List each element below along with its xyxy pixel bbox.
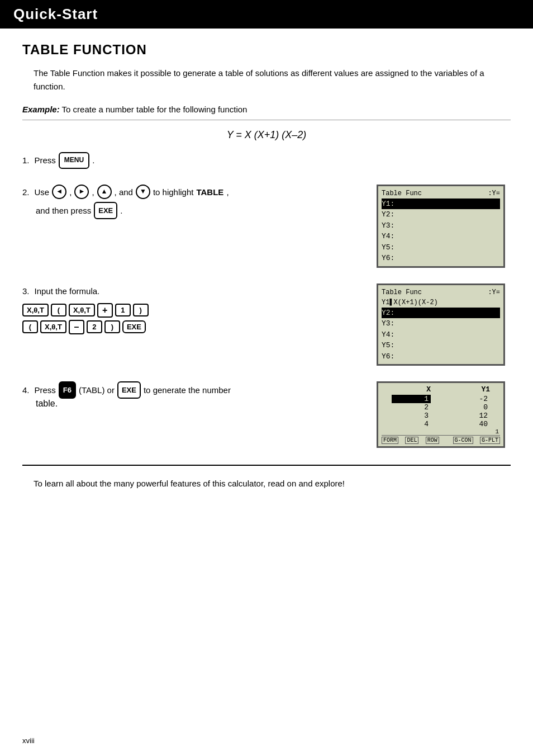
screen-3-container: X Y1 1 -2 2 0 3 12 4 40 [377,381,511,448]
key-open-paren-1[interactable]: ( [51,304,66,316]
key-close-paren-1[interactable]: ) [133,304,149,316]
key-2[interactable]: 2 [87,320,102,333]
lcd3-r2-x: 2 [392,403,431,412]
comma3: , [226,185,229,200]
lcd2-header: Table Func :Y= [382,287,500,297]
lcd3-btn-form[interactable]: FORM [382,437,398,444]
lcd2-row-y6: Y6: [382,351,500,362]
arrow-down-btn[interactable]: ▼ [136,185,150,199]
lcd3-btn-gcon[interactable]: G-CON [453,437,473,444]
key-xtheta-2[interactable]: X,θ,T [69,304,95,316]
step-4-text2: table. [22,399,365,409]
lcd2-row-y5: Y5: [382,340,500,351]
step-1-label: Press [35,153,56,168]
example-text: To create a number table for the followi… [60,105,248,114]
step-3-label: Input the formula. [35,284,100,299]
step-3-keys-row1: X,θ,T ( X,θ,T + 1 ) [22,303,365,318]
lcd1-header: Table Func :Y= [382,188,500,199]
example-line: Example: To create a number table for th… [22,105,511,120]
lcd3-r1-y: -2 [451,395,490,403]
lcd3-page: 1 [382,428,500,435]
lcd-screen-1: Table Func :Y= Y1: Y2: Y3: Y4: Y5: Y6: [377,185,505,268]
key-xtheta-1[interactable]: X,θ,T [22,304,49,316]
lcd1-row-y1: Y1: [382,199,500,210]
arrow-left-btn[interactable]: ◄ [52,185,66,199]
step-3-text: 3. Input the formula. [22,284,365,299]
lcd3-row4: 4 40 [382,420,500,428]
lcd3-btn-del[interactable]: DEL [405,437,418,444]
lcd3-btn-gplt[interactable]: G-PLT [480,437,500,444]
section-divider [22,465,511,466]
step-2-content: 2. Use ◄ , ► , ▲ , and ▼ to highlight TA… [22,185,365,219]
step-1: 1. Press MENU . [22,152,511,169]
lcd2-row-y4: Y4: [382,329,500,341]
step-1-text: 1. Press MENU . [22,152,511,169]
step-2-text2: and then press EXE . [22,202,365,219]
step-3-number: 3. [22,284,30,299]
step-4-number: 4. [22,382,30,398]
lcd1-header-right: :Y= [488,188,500,199]
highlight-text: to highlight [153,185,194,200]
step-4-press: Press [35,382,56,398]
step-2-text: 2. Use ◄ , ► , ▲ , and ▼ to highlight TA… [22,185,365,200]
key-1[interactable]: 1 [115,304,131,316]
lcd2-header-left: Table Func [382,287,422,297]
key-open-paren-2[interactable]: ( [22,320,38,333]
step-4-table-word: table. [36,399,58,408]
page-title: Quick-Start [13,6,520,23]
table-word: TABLE [196,185,223,200]
step-2-number: 2. [22,185,30,200]
menu-key[interactable]: MENU [59,152,89,169]
key-xtheta-3[interactable]: X,θ,T [40,320,66,333]
section-title: TABLE FUNCTION [22,42,511,58]
lcd3-col-x: X [392,385,431,394]
lcd3-r4-x: 4 [392,420,431,428]
lcd1-row-y4: Y4: [382,231,500,242]
f6-key[interactable]: F6 [59,381,76,399]
lcd3-col-y1: Y1 [451,385,490,394]
step-2-use: Use [35,185,50,200]
comma2: , [92,185,94,200]
lcd3-row2: 2 0 [382,403,500,412]
step-4-text: 4. Press F6 (TABL) or EXE to generate th… [22,381,365,399]
lcd3-r2-y: 0 [451,403,490,412]
page-content: TABLE FUNCTION The Table Function makes … [0,42,533,513]
exe-key-step2[interactable]: EXE [94,202,117,219]
step-1-period: . [92,153,94,168]
key-minus[interactable]: – [69,320,84,334]
lcd3-r4-y: 40 [451,420,490,428]
lcd3-row3: 3 12 [382,412,500,420]
lcd3-col-headers: X Y1 [382,385,500,394]
lcd1-row-y5: Y5: [382,242,500,253]
lcd3-r3-x: 3 [392,412,431,420]
arrow-right-btn[interactable]: ► [74,185,89,199]
step-3-keys-row2: ( X,θ,T – 2 ) EXE [22,320,365,334]
arrow-up-btn[interactable]: ▲ [97,185,112,199]
header-bar: Quick-Start [0,0,533,29]
lcd1-header-left: Table Func [382,188,422,199]
page-number: xviii [22,736,35,745]
lcd3-row1: 1 -2 [382,395,500,403]
lcd1-row-y6: Y6: [382,253,500,264]
step-4-tabl: (TABL) or [79,382,115,398]
lcd3-footer: FORM DEL ROW G-CON G-PLT [382,435,500,444]
screen-1-container: Table Func :Y= Y1: Y2: Y3: Y4: Y5: Y6: [377,185,511,268]
footer-text: To learn all about the many powerful fea… [34,477,511,490]
step-2-period: . [120,203,122,218]
formula-display: Y = X (X+1) (X–2) [22,129,511,141]
lcd3-r3-y: 12 [451,412,490,420]
lcd1-row-y3: Y3: [382,220,500,231]
step-4-content: 4. Press F6 (TABL) or EXE to generate th… [22,381,365,409]
step-4: 4. Press F6 (TABL) or EXE to generate th… [22,381,511,448]
key-exe-step3[interactable]: EXE [122,320,146,333]
key-plus[interactable]: + [97,303,113,318]
step-2: 2. Use ◄ , ► , ▲ , and ▼ to highlight TA… [22,185,511,268]
lcd3-btn-row[interactable]: ROW [426,437,439,444]
step-4-after: to generate the number [144,382,231,398]
lcd1-row-y2: Y2: [382,209,500,220]
exe-key-step4[interactable]: EXE [117,381,141,399]
lcd2-header-right: :Y= [488,287,500,297]
key-close-paren-2[interactable]: ) [104,320,120,333]
lcd2-row-y1: Y1▌X(X+1)(X-2) [382,297,500,308]
step-3: 3. Input the formula. X,θ,T ( X,θ,T + 1 … [22,284,511,366]
